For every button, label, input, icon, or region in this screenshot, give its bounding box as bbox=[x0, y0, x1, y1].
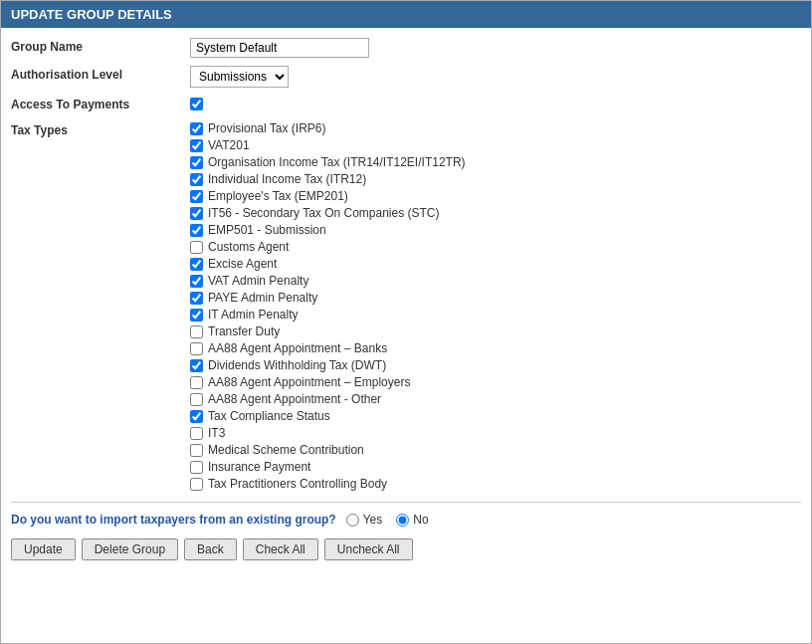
tax-type-item: AA88 Agent Appointment – Banks bbox=[190, 341, 801, 355]
radio-yes-text: Yes bbox=[363, 513, 383, 527]
radio-yes-label[interactable]: Yes bbox=[346, 513, 383, 527]
group-name-input[interactable] bbox=[190, 38, 369, 58]
tax-type-item: AA88 Agent Appointment – Employers bbox=[190, 375, 801, 389]
tax-type-checkbox-1[interactable] bbox=[190, 139, 203, 152]
access-payments-label: Access To Payments bbox=[11, 96, 190, 111]
tax-type-checkbox-4[interactable] bbox=[190, 190, 203, 203]
auth-level-select[interactable]: Submissions View Only Full Access bbox=[190, 66, 289, 88]
tax-type-item: AA88 Agent Appointment - Other bbox=[190, 392, 801, 406]
tax-types-label: Tax Types bbox=[11, 121, 190, 137]
tax-type-label-4: Employee's Tax (EMP201) bbox=[208, 189, 348, 203]
tax-type-item: VAT201 bbox=[190, 138, 801, 152]
auth-level-row: Authorisation Level Submissions View Onl… bbox=[11, 66, 801, 88]
tax-type-checkbox-11[interactable] bbox=[190, 309, 203, 322]
tax-type-item: Organisation Income Tax (ITR14/IT12EI/IT… bbox=[190, 155, 801, 169]
tax-type-item: Customs Agent bbox=[190, 240, 801, 254]
tax-type-label-12: Transfer Duty bbox=[208, 324, 280, 338]
tax-type-item: EMP501 - Submission bbox=[190, 223, 801, 237]
tax-type-checkbox-0[interactable] bbox=[190, 122, 203, 135]
tax-type-label-5: IT56 - Secondary Tax On Companies (STC) bbox=[208, 206, 440, 220]
tax-types-list: Provisional Tax (IRP6)VAT201Organisation… bbox=[190, 121, 801, 494]
update-button[interactable]: Update bbox=[11, 538, 76, 560]
tax-type-item: Tax Practitioners Controlling Body bbox=[190, 477, 801, 491]
tax-type-checkbox-16[interactable] bbox=[190, 393, 203, 406]
tax-type-item: IT Admin Penalty bbox=[190, 308, 801, 322]
uncheck-all-button[interactable]: Uncheck All bbox=[324, 538, 413, 560]
tax-type-item: Excise Agent bbox=[190, 257, 801, 271]
tax-type-item: Insurance Payment bbox=[190, 460, 801, 474]
page-wrapper: UPDATE GROUP DETAILS Group Name Authoris… bbox=[0, 0, 812, 644]
tax-type-label-9: VAT Admin Penalty bbox=[208, 274, 308, 288]
tax-type-item: Dividends Withholding Tax (DWT) bbox=[190, 358, 801, 372]
tax-type-checkbox-2[interactable] bbox=[190, 156, 203, 169]
tax-type-label-17: Tax Compliance Status bbox=[208, 409, 330, 423]
divider bbox=[11, 502, 801, 503]
tax-type-label-1: VAT201 bbox=[208, 138, 250, 152]
radio-no-label[interactable]: No bbox=[396, 513, 428, 527]
tax-type-checkbox-9[interactable] bbox=[190, 275, 203, 288]
delete-group-button[interactable]: Delete Group bbox=[82, 538, 178, 560]
group-name-row: Group Name bbox=[11, 38, 801, 58]
group-name-value bbox=[190, 38, 801, 58]
tax-type-checkbox-5[interactable] bbox=[190, 207, 203, 220]
import-row: Do you want to import taxpayers from an … bbox=[11, 513, 801, 527]
back-button[interactable]: Back bbox=[184, 538, 237, 560]
tax-type-item: Individual Income Tax (ITR12) bbox=[190, 172, 801, 186]
tax-type-checkbox-13[interactable] bbox=[190, 342, 203, 355]
tax-type-item: Transfer Duty bbox=[190, 324, 801, 338]
radio-no-text: No bbox=[413, 513, 428, 527]
radio-no[interactable] bbox=[396, 514, 409, 527]
tax-type-item: Tax Compliance Status bbox=[190, 409, 801, 423]
tax-type-checkbox-18[interactable] bbox=[190, 427, 203, 440]
access-payments-value bbox=[190, 98, 801, 113]
buttons-row: Update Delete Group Back Check All Unche… bbox=[11, 538, 801, 570]
auth-level-value: Submissions View Only Full Access bbox=[190, 66, 801, 88]
tax-type-checkbox-17[interactable] bbox=[190, 410, 203, 423]
tax-types-row: Tax Types Provisional Tax (IRP6)VAT201Or… bbox=[11, 121, 801, 494]
tax-type-label-21: Tax Practitioners Controlling Body bbox=[208, 477, 387, 491]
tax-type-checkbox-19[interactable] bbox=[190, 444, 203, 457]
radio-yes[interactable] bbox=[346, 514, 359, 527]
tax-type-checkbox-7[interactable] bbox=[190, 241, 203, 254]
tax-type-item: PAYE Admin Penalty bbox=[190, 291, 801, 305]
tax-type-label-16: AA88 Agent Appointment - Other bbox=[208, 392, 381, 406]
tax-type-item: VAT Admin Penalty bbox=[190, 274, 801, 288]
tax-type-item: Medical Scheme Contribution bbox=[190, 443, 801, 457]
tax-type-label-20: Insurance Payment bbox=[208, 460, 310, 474]
page-title: UPDATE GROUP DETAILS bbox=[11, 7, 172, 22]
tax-type-item: Provisional Tax (IRP6) bbox=[190, 121, 801, 135]
tax-type-label-14: Dividends Withholding Tax (DWT) bbox=[208, 358, 386, 372]
tax-type-label-6: EMP501 - Submission bbox=[208, 223, 326, 237]
tax-type-checkbox-10[interactable] bbox=[190, 292, 203, 305]
access-payments-row: Access To Payments bbox=[11, 96, 801, 113]
form-body: Group Name Authorisation Level Submissio… bbox=[1, 28, 811, 580]
tax-type-checkbox-8[interactable] bbox=[190, 258, 203, 271]
tax-type-checkbox-6[interactable] bbox=[190, 224, 203, 237]
auth-level-label: Authorisation Level bbox=[11, 66, 190, 82]
access-payments-checkbox[interactable] bbox=[190, 98, 203, 110]
tax-type-checkbox-3[interactable] bbox=[190, 173, 203, 186]
page-header: UPDATE GROUP DETAILS bbox=[1, 1, 811, 28]
tax-type-item: Employee's Tax (EMP201) bbox=[190, 189, 801, 203]
tax-types-value: Provisional Tax (IRP6)VAT201Organisation… bbox=[190, 121, 801, 494]
tax-type-label-3: Individual Income Tax (ITR12) bbox=[208, 172, 366, 186]
tax-type-label-11: IT Admin Penalty bbox=[208, 308, 299, 322]
tax-type-label-2: Organisation Income Tax (ITR14/IT12EI/IT… bbox=[208, 155, 466, 169]
tax-type-label-10: PAYE Admin Penalty bbox=[208, 291, 317, 305]
tax-type-label-13: AA88 Agent Appointment – Banks bbox=[208, 341, 387, 355]
group-name-label: Group Name bbox=[11, 38, 190, 54]
tax-type-checkbox-21[interactable] bbox=[190, 478, 203, 491]
import-label: Do you want to import taxpayers from an … bbox=[11, 513, 336, 527]
tax-type-label-7: Customs Agent bbox=[208, 240, 289, 254]
tax-type-label-0: Provisional Tax (IRP6) bbox=[208, 121, 326, 135]
auth-select-wrapper: Submissions View Only Full Access bbox=[190, 66, 801, 88]
check-all-button[interactable]: Check All bbox=[243, 538, 318, 560]
tax-type-checkbox-12[interactable] bbox=[190, 325, 203, 338]
tax-type-label-18: IT3 bbox=[208, 426, 225, 440]
tax-type-item: IT3 bbox=[190, 426, 801, 440]
tax-type-checkbox-14[interactable] bbox=[190, 359, 203, 372]
tax-type-checkbox-15[interactable] bbox=[190, 376, 203, 389]
tax-type-label-8: Excise Agent bbox=[208, 257, 277, 271]
tax-type-checkbox-20[interactable] bbox=[190, 461, 203, 474]
tax-type-label-15: AA88 Agent Appointment – Employers bbox=[208, 375, 410, 389]
